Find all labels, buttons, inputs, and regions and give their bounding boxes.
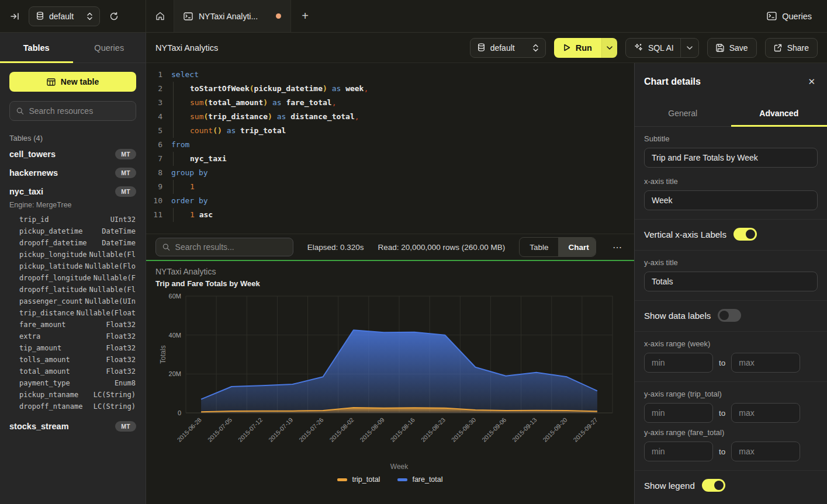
engine-badge: MT	[115, 149, 136, 159]
sql-ai-options-button[interactable]	[680, 39, 698, 57]
yaxis-range-trip-max-input[interactable]	[731, 403, 800, 423]
column-row: dropoff_longitudeNullable(F	[19, 272, 136, 284]
query-tab-title: NYTaxi Analyti...	[199, 12, 270, 21]
save-button[interactable]: Save	[707, 38, 757, 58]
code-text: 1	[171, 180, 195, 194]
query-tab[interactable]: NYTaxi Analyti...	[174, 0, 291, 32]
run-options-button[interactable]	[601, 38, 617, 58]
yaxis-range-fare-max-input[interactable]	[731, 442, 800, 461]
line-number: 4	[146, 110, 162, 124]
queries-menu-button[interactable]: Queries	[752, 0, 827, 32]
collapse-sidebar-button[interactable]	[8, 10, 22, 23]
results-search-input[interactable]	[175, 242, 286, 252]
sql-ai-button[interactable]: SQL AI	[625, 38, 699, 58]
panel-tab-general[interactable]: General	[635, 100, 731, 126]
results-chart[interactable]: 020M40M60M2015-06-282015-07-052015-07-12…	[155, 290, 625, 474]
subtitle-input[interactable]	[644, 148, 818, 168]
table-icon	[47, 78, 56, 86]
legend-item-fare_total[interactable]: fare_total	[397, 475, 442, 484]
app: default NYTaxi Analyti... + Queries	[0, 0, 827, 504]
yaxis-title-input[interactable]	[644, 272, 818, 291]
xaxis-range-label: x-axis range (week)	[644, 339, 818, 348]
column-row: extraFloat32	[19, 331, 136, 342]
column-name: payment_type	[19, 377, 70, 389]
xaxis-range-max-input[interactable]	[731, 353, 800, 373]
table-item-stocks-stream[interactable]: stocks_stream MT	[0, 417, 146, 436]
table-item-cell-towers[interactable]: cell_towers MT	[0, 145, 146, 164]
sidebar-search[interactable]	[9, 101, 136, 121]
column-name: pickup_datetime	[19, 225, 82, 237]
svg-text:2015-08-23: 2015-08-23	[420, 416, 447, 443]
toolbar-database-selector[interactable]: default	[470, 38, 546, 58]
line-number: 1	[146, 68, 162, 82]
column-row: dropoff_datetimeDateTime	[19, 237, 136, 249]
chevron-updown-icon	[533, 44, 538, 52]
run-button[interactable]: Run	[554, 38, 601, 58]
home-tab-button[interactable]	[146, 0, 174, 32]
new-table-label: New table	[61, 77, 99, 86]
run-label: Run	[576, 43, 592, 53]
svg-text:60M: 60M	[169, 293, 181, 300]
code-text: toStartOfWeek(pickup_datetime) as week,	[171, 82, 368, 96]
panel-close-button[interactable]: ✕	[805, 74, 818, 89]
column-name: tolls_amount	[19, 354, 70, 366]
table-item-nyc-taxi[interactable]: nyc_taxi MT	[0, 182, 146, 201]
sidebar-tab-tables[interactable]: Tables	[0, 33, 73, 62]
query-toolbar: NYTaxi Analytics default Run	[146, 33, 827, 63]
panel-tab-general-label: General	[668, 109, 697, 118]
column-name: dropoff_ntaname	[19, 401, 82, 412]
table-name: stocks_stream	[9, 422, 69, 431]
database-icon	[36, 12, 44, 20]
svg-text:2015-09-13: 2015-09-13	[511, 416, 538, 443]
column-name: pickup_latitude	[19, 260, 82, 272]
column-type: Float32	[106, 366, 136, 377]
column-type: Nullable(Fl	[89, 249, 136, 260]
svg-text:2015-08-02: 2015-08-02	[328, 416, 355, 443]
new-table-button[interactable]: New table	[9, 72, 136, 92]
vertical-labels-toggle[interactable]	[733, 228, 757, 241]
column-type: Float32	[106, 319, 136, 331]
view-tab-table[interactable]: Table	[520, 238, 558, 256]
view-tab-chart-label: Chart	[568, 243, 589, 252]
new-tab-button[interactable]: +	[291, 0, 319, 32]
code-line: 2toStartOfWeek(pickup_datetime) as week,	[146, 82, 634, 96]
xaxis-title-input[interactable]	[644, 190, 818, 210]
xaxis-range-min-input[interactable]	[644, 353, 713, 373]
sparkles-icon	[634, 43, 643, 52]
line-number: 5	[146, 124, 162, 138]
topbar-left: default	[0, 0, 146, 32]
sidebar-search-input[interactable]	[29, 106, 129, 116]
code-text: 1 asc	[171, 208, 213, 222]
query-title: NYTaxi Analytics	[155, 43, 218, 53]
sidebar-tab-queries[interactable]: Queries	[73, 33, 146, 62]
refresh-button[interactable]	[107, 9, 121, 23]
results-search[interactable]	[155, 238, 293, 256]
panel-tab-advanced[interactable]: Advanced	[731, 100, 827, 126]
svg-text:2015-09-27: 2015-09-27	[572, 416, 599, 443]
xaxis-title-field-label: x-axis title	[644, 177, 818, 186]
database-selector[interactable]: default	[29, 6, 100, 26]
database-selector-value: default	[49, 12, 74, 21]
engine-badge: MT	[115, 421, 136, 432]
yaxis-range-fare-min-input[interactable]	[644, 442, 713, 461]
show-legend-toggle[interactable]	[702, 479, 725, 492]
panel-title: Chart details	[644, 77, 701, 87]
column-row: total_amountFloat32	[19, 366, 136, 377]
legend-swatch	[397, 478, 407, 481]
column-type: Float32	[106, 331, 136, 342]
legend-item-trip_total[interactable]: trip_total	[337, 475, 380, 484]
column-row: fare_amountFloat32	[19, 319, 136, 331]
results-more-button[interactable]: ⋯	[610, 239, 625, 255]
sql-editor[interactable]: 1select2toStartOfWeek(pickup_datetime) a…	[146, 63, 634, 234]
table-item-hackernews[interactable]: hackernews MT	[0, 164, 146, 182]
share-button[interactable]: Share	[765, 38, 818, 58]
column-type: LC(String)	[94, 389, 136, 401]
play-icon	[563, 44, 570, 51]
plus-icon: +	[302, 9, 309, 23]
code-text: select	[171, 68, 199, 82]
column-row: pickup_latitudeNullable(Flo	[19, 260, 136, 272]
yaxis-range-trip-min-input[interactable]	[644, 403, 713, 423]
show-data-labels-toggle[interactable]	[718, 309, 741, 322]
view-tab-chart[interactable]: Chart	[558, 238, 596, 256]
engine-label: Engine: MergeTree	[0, 201, 146, 213]
